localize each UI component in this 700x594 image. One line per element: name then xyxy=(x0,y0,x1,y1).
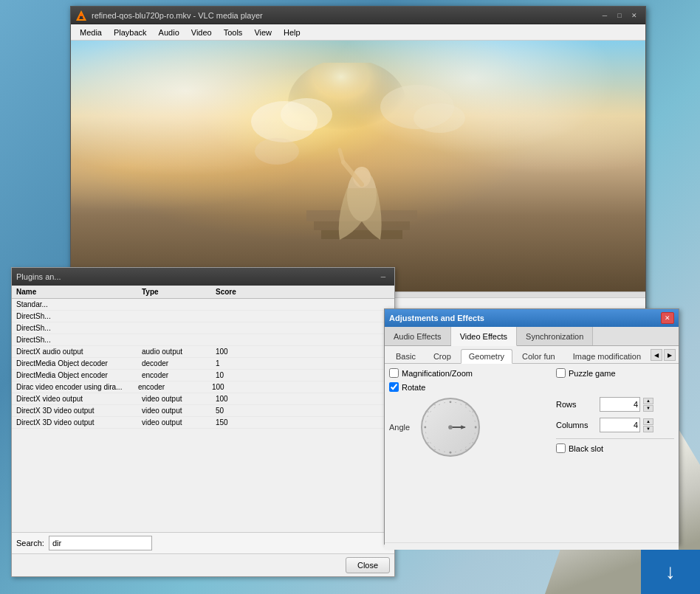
plugins-title: Plugins an... xyxy=(16,272,377,281)
effects-close-button[interactable]: ✕ xyxy=(661,312,674,324)
table-row[interactable]: Dirac video encoder using dira... encode… xyxy=(12,381,394,393)
columns-up-button[interactable]: ▲ xyxy=(643,418,653,425)
magnification-label: Magnification/Zoom xyxy=(402,369,473,378)
columns-label: Columns xyxy=(556,421,597,429)
sub-tab-bar: Basic Crop Geometry Color fun Image modi… xyxy=(385,346,679,364)
svg-point-15 xyxy=(414,103,465,133)
plugins-window: Plugins an... ─ Name Type Score Standar.… xyxy=(11,267,395,577)
table-row[interactable]: DirectX 3D video output video output 150 xyxy=(12,417,394,429)
rows-input[interactable] xyxy=(600,397,640,412)
search-input[interactable] xyxy=(49,536,152,550)
tab-synchronization[interactable]: Synchronization xyxy=(517,327,593,345)
columns-input[interactable] xyxy=(600,418,640,432)
vlc-maximize-button[interactable]: □ xyxy=(613,10,626,21)
rows-down-button[interactable]: ▼ xyxy=(643,405,653,412)
plugins-minimize-button[interactable]: ─ xyxy=(377,272,390,282)
table-row[interactable]: DirectMedia Object decoder decoder 1 xyxy=(12,358,394,370)
search-label: Search: xyxy=(16,539,44,548)
svg-rect-3 xyxy=(79,18,83,19)
vlc-menubar: Media Playback Audio Video Tools View He… xyxy=(71,24,645,41)
vlc-icon xyxy=(75,10,87,21)
svg-rect-6 xyxy=(314,221,410,230)
angle-label: Angle xyxy=(389,423,415,432)
download-badge[interactable]: ↓ xyxy=(641,550,700,594)
magnification-checkbox[interactable] xyxy=(389,368,399,378)
svg-point-30 xyxy=(428,442,429,443)
table-row[interactable]: DirectMedia Object encoder encoder 10 xyxy=(12,370,394,381)
separator xyxy=(556,438,674,439)
black-slot-checkbox[interactable] xyxy=(556,443,566,453)
menu-view[interactable]: View xyxy=(248,27,278,38)
menu-video[interactable]: Video xyxy=(185,27,218,38)
menu-tools[interactable]: Tools xyxy=(218,27,249,38)
table-row[interactable]: DirectX audio output audio output 100 xyxy=(12,346,394,358)
svg-point-29 xyxy=(434,449,436,450)
table-row[interactable]: DirectSh... xyxy=(12,334,394,346)
svg-rect-2 xyxy=(80,16,83,18)
puzzle-row: Puzzle game xyxy=(556,368,674,378)
rows-spinner-row: Rows ▲ ▼ xyxy=(556,397,674,412)
col-score-header: Score xyxy=(216,288,245,296)
vlc-titlebar: refined-qos-blu720p-ro.mkv - VLC media p… xyxy=(71,7,645,24)
rows-up-button[interactable]: ▲ xyxy=(643,398,653,404)
effects-window: Adjustments and Effects ✕ Audio Effects … xyxy=(384,308,679,545)
tab-audio-effects[interactable]: Audio Effects xyxy=(385,327,451,345)
puzzle-label: Puzzle game xyxy=(569,369,616,378)
angle-dial[interactable]: // Draw tick marks for(let i = 0; i < 36… xyxy=(421,398,480,457)
sub-tab-geometry[interactable]: Geometry xyxy=(461,349,512,364)
vlc-window-controls: ─ □ ✕ xyxy=(598,10,641,21)
sub-tab-basic[interactable]: Basic xyxy=(388,349,424,363)
svg-point-21 xyxy=(450,401,452,403)
black-slot-label: Black slot xyxy=(569,444,603,453)
download-icon: ↓ xyxy=(665,560,676,584)
columns-spinner-arrows: ▲ ▼ xyxy=(643,418,653,432)
vlc-title: refined-qos-blu720p-ro.mkv - VLC media p… xyxy=(92,11,598,20)
menu-playback[interactable]: Playback xyxy=(108,27,153,38)
table-row[interactable]: DirectX 3D video output video output 50 xyxy=(12,405,394,417)
video-content xyxy=(71,41,645,291)
sub-tab-image-mod[interactable]: Image modification xyxy=(565,349,649,363)
sub-tab-left-arrow[interactable]: ◀ xyxy=(651,349,662,361)
plugins-window-controls: ─ xyxy=(377,272,390,282)
svg-point-27 xyxy=(472,442,473,443)
effects-right-panel: Puzzle game Rows ▲ ▼ Columns ▲ ▼ xyxy=(556,368,674,538)
black-slot-row: Black slot xyxy=(556,443,674,453)
close-bar: Close xyxy=(12,553,394,576)
svg-rect-7 xyxy=(321,230,402,239)
svg-marker-19 xyxy=(461,425,466,429)
close-button[interactable]: Close xyxy=(346,557,390,573)
spacer xyxy=(556,382,674,397)
svg-point-26 xyxy=(472,411,473,412)
svg-point-16 xyxy=(255,138,299,165)
table-row[interactable]: Standar... xyxy=(12,299,394,311)
table-header: Name Type Score xyxy=(12,286,394,299)
columns-down-button[interactable]: ▼ xyxy=(643,426,653,432)
rotate-checkbox[interactable] xyxy=(389,382,399,392)
empty-space xyxy=(12,505,394,532)
tab-video-effects[interactable]: Video Effects xyxy=(451,327,517,346)
menu-help[interactable]: Help xyxy=(278,27,306,38)
svg-point-23 xyxy=(450,452,452,454)
dial-svg: // Draw tick marks for(let i = 0; i < 36… xyxy=(422,398,478,457)
main-tab-bar: Audio Effects Video Effects Synchronizat… xyxy=(385,327,679,346)
table-row[interactable]: DirectX video output video output 100 xyxy=(12,393,394,405)
vlc-minimize-button[interactable]: ─ xyxy=(598,10,611,21)
sub-tab-right-arrow[interactable]: ▶ xyxy=(664,349,676,361)
sub-tab-crop[interactable]: Crop xyxy=(425,349,459,363)
angle-container: Angle // Draw tick marks for(let i = 0; … xyxy=(389,398,550,457)
table-scroll[interactable]: Standar... DirectSh... DirectSh... Direc… xyxy=(12,299,394,505)
menu-audio[interactable]: Audio xyxy=(153,27,185,38)
col-type-header: Type xyxy=(142,288,216,296)
svg-line-11 xyxy=(340,150,343,162)
vlc-close-button[interactable]: ✕ xyxy=(628,10,641,21)
rotate-row: Rotate xyxy=(389,382,550,392)
effects-title: Adjustments and Effects xyxy=(389,314,661,322)
table-row[interactable]: DirectSh... xyxy=(12,322,394,334)
effects-bottom xyxy=(385,542,679,550)
puzzle-checkbox[interactable] xyxy=(556,368,566,378)
menu-media[interactable]: Media xyxy=(74,27,108,38)
search-bar: Search: xyxy=(12,532,394,553)
sub-tab-color-fun[interactable]: Color fun xyxy=(514,349,563,363)
sub-tab-arrows: ◀ ▶ xyxy=(651,349,676,363)
table-row[interactable]: DirectSh... xyxy=(12,311,394,322)
